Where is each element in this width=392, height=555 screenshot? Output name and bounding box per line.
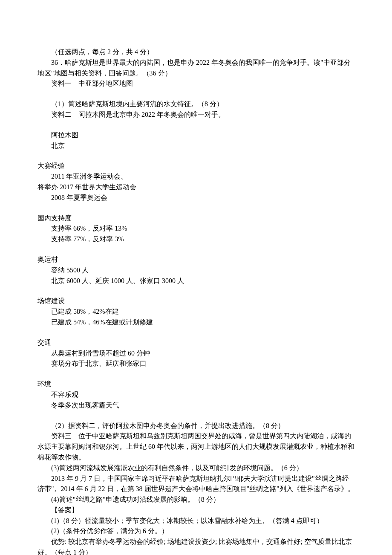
table-row-header: 交通: [37, 338, 355, 348]
table-cell: 容纳 5500 人: [37, 265, 355, 276]
table-cell: 已建成 54%，46%在建或计划修建: [37, 317, 355, 328]
note-scoring: （任选两点，每点 2 分，共 4 分）: [37, 47, 355, 58]
question-36-4: (4)简述"丝绸之路"申遗成功对沿线发展的影响。（8 分）: [37, 494, 355, 505]
document-page: （任选两点，每点 2 分，共 4 分） 36．哈萨克斯坦是世界最大的内陆国，也是…: [0, 0, 392, 555]
table-row-header: 场馆建设: [37, 296, 355, 306]
table-cell: 不容乐观: [37, 390, 355, 400]
table-col-header-2: 北京: [37, 141, 355, 151]
context-text: 2013 年 9 月 7 日，中国国家主席习近平在哈萨克斯坦纳扎尔巴耶夫大学演讲…: [37, 474, 355, 495]
answer-header: 【答案】: [37, 505, 355, 516]
table-cell: 2011 年亚洲冬季运动会、: [37, 171, 355, 182]
table-row-header: 大赛经验: [37, 161, 355, 171]
question-36-3: (3)简述两河流域发展灌溉农业的有利自然条件，以及可能引发的环境问题。（6 分）: [37, 463, 355, 474]
table-cell: 从奥运村到滑雪场不超过 60 分钟: [37, 348, 355, 359]
answer-2-header: (2)（条件分优劣作答，满分为 6 分。）: [37, 526, 355, 537]
table-cell: 支持率 77%，反对率 3%: [37, 234, 355, 245]
table-cell: 将举办 2017 年世界大学生运动会: [37, 182, 355, 193]
question-36-2: （2）据资料二，评价阿拉木图申办冬奥会的条件，并提出改进措施。（8 分）: [37, 421, 355, 431]
question-36-1: （1）简述哈萨克斯坦境内主要河流的水文特征。（8 分）: [37, 99, 355, 110]
question-36-stem: 36．哈萨克斯坦是世界最大的内陆国，也是申办 2022 年冬奥会的我国唯一的竞争…: [37, 58, 355, 79]
material-2-title: 资料二 阿拉木图是北京申办 2022 年冬奥会的唯一对手。: [37, 110, 355, 120]
table-row-header: 奥运村: [37, 254, 355, 265]
table-cell: 已建成 58%，42%在建: [37, 306, 355, 317]
table-row-header: 国内支持度: [37, 213, 355, 224]
material-1-title: 资料一 中亚部分地区地图: [37, 78, 355, 89]
answer-2-advantage: 优势: 较北京有举办冬季运动会的经验; 场地建设投资少; 比赛场地集中，交通条件…: [37, 537, 355, 555]
table-col-header-1: 阿拉木图: [37, 130, 355, 141]
material-3: 资料三 位于中亚哈萨克斯坦和乌兹别克斯坦两国交界处的咸海，曾是世界第四大内陆湖泊…: [37, 431, 355, 462]
table-cell: 2008 年夏季奥运会: [37, 193, 355, 203]
table-cell: 支持率 66%，反对率 13%: [37, 223, 355, 234]
table-cell: 北京 6000 人、延庆 1000 人、张家口 3000 人: [37, 276, 355, 286]
table-cell: 冬季多次出现雾霾天气: [37, 400, 355, 411]
table-row-header: 环境: [37, 379, 355, 390]
table-cell: 赛场分布于北京、延庆和张家口: [37, 358, 355, 369]
answer-1: (1)（8 分）径流量较小；季节变化大；冰期较长；以冰雪融水补给为主。（答满 4…: [37, 516, 355, 526]
